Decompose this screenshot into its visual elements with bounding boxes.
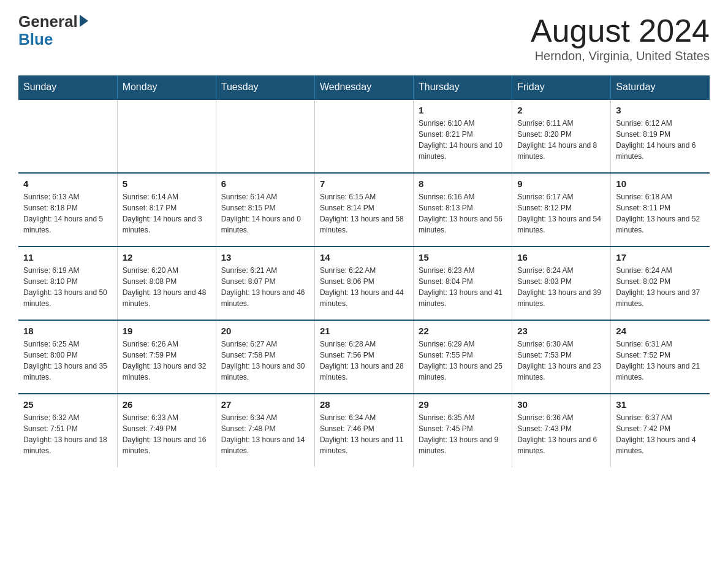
day-number: 29 [419,399,507,410]
day-cell: 31Sunrise: 6:37 AM Sunset: 7:42 PM Dayli… [611,394,710,467]
day-number: 2 [517,105,605,115]
day-info: Sunrise: 6:28 AM Sunset: 7:56 PM Dayligh… [320,339,408,383]
day-cell: 28Sunrise: 6:34 AM Sunset: 7:46 PM Dayli… [314,394,413,467]
day-cell: 12Sunrise: 6:20 AM Sunset: 8:08 PM Dayli… [117,247,216,320]
day-number: 31 [616,399,705,410]
weekday-header-friday: Friday [512,75,611,99]
day-cell [18,99,117,173]
day-cell: 2Sunrise: 6:11 AM Sunset: 8:20 PM Daylig… [512,99,611,173]
day-cell: 29Sunrise: 6:35 AM Sunset: 7:45 PM Dayli… [414,394,512,467]
day-info: Sunrise: 6:21 AM Sunset: 8:07 PM Dayligh… [221,265,309,309]
day-info: Sunrise: 6:29 AM Sunset: 7:55 PM Dayligh… [419,339,507,383]
day-number: 23 [517,326,605,336]
logo: General Blue [18,12,91,47]
day-info: Sunrise: 6:14 AM Sunset: 8:17 PM Dayligh… [123,191,211,236]
day-number: 7 [320,178,408,189]
day-cell: 22Sunrise: 6:29 AM Sunset: 7:55 PM Dayli… [414,320,512,394]
day-cell: 3Sunrise: 6:12 AM Sunset: 8:19 PM Daylig… [611,99,710,173]
day-info: Sunrise: 6:25 AM Sunset: 8:00 PM Dayligh… [23,339,112,383]
week-row-1: 1Sunrise: 6:10 AM Sunset: 8:21 PM Daylig… [18,99,710,173]
day-info: Sunrise: 6:32 AM Sunset: 7:51 PM Dayligh… [23,412,112,456]
day-info: Sunrise: 6:33 AM Sunset: 7:49 PM Dayligh… [123,412,211,456]
weekday-header-row: SundayMondayTuesdayWednesdayThursdayFrid… [18,75,710,99]
title-area: August 2024 Herndon, Virginia, United St… [531,12,710,63]
day-cell: 7Sunrise: 6:15 AM Sunset: 8:14 PM Daylig… [314,173,413,247]
day-cell: 20Sunrise: 6:27 AM Sunset: 7:58 PM Dayli… [216,320,314,394]
day-number: 3 [616,105,705,115]
location-title: Herndon, Virginia, United States [531,49,710,63]
day-number: 25 [23,399,112,410]
day-cell: 4Sunrise: 6:13 AM Sunset: 8:18 PM Daylig… [18,173,117,247]
day-info: Sunrise: 6:16 AM Sunset: 8:13 PM Dayligh… [419,191,507,236]
day-cell: 6Sunrise: 6:14 AM Sunset: 8:15 PM Daylig… [216,173,314,247]
day-number: 19 [123,326,211,336]
day-number: 1 [419,105,507,115]
day-info: Sunrise: 6:37 AM Sunset: 7:42 PM Dayligh… [616,412,705,456]
week-row-4: 18Sunrise: 6:25 AM Sunset: 8:00 PM Dayli… [18,320,710,394]
day-info: Sunrise: 6:23 AM Sunset: 8:04 PM Dayligh… [419,265,507,309]
day-cell: 10Sunrise: 6:18 AM Sunset: 8:11 PM Dayli… [611,173,710,247]
day-info: Sunrise: 6:34 AM Sunset: 7:48 PM Dayligh… [221,412,309,456]
weekday-header-monday: Monday [117,75,216,99]
day-cell: 5Sunrise: 6:14 AM Sunset: 8:17 PM Daylig… [117,173,216,247]
day-cell: 17Sunrise: 6:24 AM Sunset: 8:02 PM Dayli… [611,247,710,320]
day-info: Sunrise: 6:18 AM Sunset: 8:11 PM Dayligh… [616,191,705,236]
weekday-header-sunday: Sunday [18,75,117,99]
day-number: 12 [123,252,211,262]
day-number: 6 [221,178,309,189]
day-cell: 18Sunrise: 6:25 AM Sunset: 8:00 PM Dayli… [18,320,117,394]
day-number: 18 [23,326,112,336]
day-info: Sunrise: 6:30 AM Sunset: 7:53 PM Dayligh… [517,339,605,383]
week-row-2: 4Sunrise: 6:13 AM Sunset: 8:18 PM Daylig… [18,173,710,247]
day-number: 26 [123,399,211,410]
day-number: 27 [221,399,309,410]
day-cell: 11Sunrise: 6:19 AM Sunset: 8:10 PM Dayli… [18,247,117,320]
day-info: Sunrise: 6:10 AM Sunset: 8:21 PM Dayligh… [419,118,507,162]
day-number: 5 [123,178,211,189]
day-cell: 15Sunrise: 6:23 AM Sunset: 8:04 PM Dayli… [414,247,512,320]
day-cell: 13Sunrise: 6:21 AM Sunset: 8:07 PM Dayli… [216,247,314,320]
day-info: Sunrise: 6:22 AM Sunset: 8:06 PM Dayligh… [320,265,408,309]
day-info: Sunrise: 6:31 AM Sunset: 7:52 PM Dayligh… [616,339,705,383]
day-cell: 30Sunrise: 6:36 AM Sunset: 7:43 PM Dayli… [512,394,611,467]
day-info: Sunrise: 6:24 AM Sunset: 8:03 PM Dayligh… [517,265,605,309]
day-info: Sunrise: 6:27 AM Sunset: 7:58 PM Dayligh… [221,339,309,383]
day-cell: 21Sunrise: 6:28 AM Sunset: 7:56 PM Dayli… [314,320,413,394]
day-info: Sunrise: 6:34 AM Sunset: 7:46 PM Dayligh… [320,412,408,456]
day-number: 20 [221,326,309,336]
day-number: 22 [419,326,507,336]
day-info: Sunrise: 6:24 AM Sunset: 8:02 PM Dayligh… [616,265,705,309]
day-info: Sunrise: 6:13 AM Sunset: 8:18 PM Dayligh… [23,191,112,236]
logo-triangle-icon [80,15,88,27]
weekday-header-saturday: Saturday [611,75,710,99]
day-info: Sunrise: 6:17 AM Sunset: 8:12 PM Dayligh… [517,191,605,236]
day-cell: 19Sunrise: 6:26 AM Sunset: 7:59 PM Dayli… [117,320,216,394]
day-info: Sunrise: 6:35 AM Sunset: 7:45 PM Dayligh… [419,412,507,456]
day-number: 4 [23,178,112,189]
day-number: 16 [517,252,605,262]
day-info: Sunrise: 6:36 AM Sunset: 7:43 PM Dayligh… [517,412,605,456]
day-cell: 8Sunrise: 6:16 AM Sunset: 8:13 PM Daylig… [414,173,512,247]
day-cell: 9Sunrise: 6:17 AM Sunset: 8:12 PM Daylig… [512,173,611,247]
week-row-5: 25Sunrise: 6:32 AM Sunset: 7:51 PM Dayli… [18,394,710,467]
day-number: 15 [419,252,507,262]
day-info: Sunrise: 6:12 AM Sunset: 8:19 PM Dayligh… [616,118,705,162]
day-number: 17 [616,252,705,262]
weekday-header-thursday: Thursday [414,75,512,99]
day-number: 9 [517,178,605,189]
day-cell [216,99,314,173]
weekday-header-tuesday: Tuesday [216,75,314,99]
calendar-table: SundayMondayTuesdayWednesdayThursdayFrid… [18,75,710,467]
day-info: Sunrise: 6:14 AM Sunset: 8:15 PM Dayligh… [221,191,309,236]
logo-general-text: General [18,12,78,31]
day-cell: 16Sunrise: 6:24 AM Sunset: 8:03 PM Dayli… [512,247,611,320]
day-cell [314,99,413,173]
day-number: 10 [616,178,705,189]
day-info: Sunrise: 6:20 AM Sunset: 8:08 PM Dayligh… [123,265,211,309]
day-cell [117,99,216,173]
weekday-header-wednesday: Wednesday [314,75,413,99]
day-number: 21 [320,326,408,336]
day-info: Sunrise: 6:11 AM Sunset: 8:20 PM Dayligh… [517,118,605,162]
day-number: 8 [419,178,507,189]
week-row-3: 11Sunrise: 6:19 AM Sunset: 8:10 PM Dayli… [18,247,710,320]
